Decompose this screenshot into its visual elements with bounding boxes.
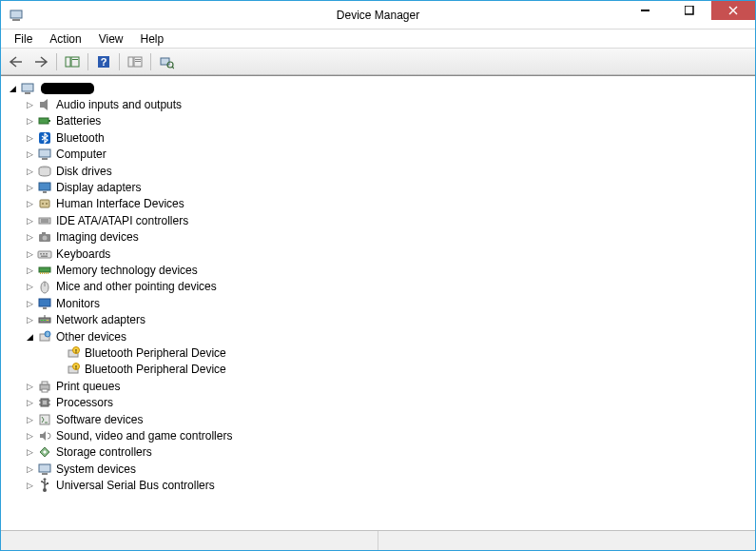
svg-rect-45 <box>42 272 43 274</box>
expander-closed-icon[interactable]: ▷ <box>24 430 35 442</box>
menu-help[interactable]: Help <box>133 30 172 48</box>
tree-node[interactable]: ▷ Imaging devices <box>3 229 753 246</box>
expander-closed-icon[interactable]: ▷ <box>24 298 35 309</box>
expander-closed-icon[interactable]: ▷ <box>24 314 35 325</box>
tree-node[interactable]: ▷ Human Interface Devices <box>3 196 753 212</box>
tree-node[interactable]: ▷ Network adapters <box>3 311 753 327</box>
expander-open-icon[interactable]: ◢ <box>7 83 18 94</box>
tree-node[interactable]: ▷ Keyboards <box>3 246 753 262</box>
expander-closed-icon[interactable]: ▷ <box>24 463 35 475</box>
tree-node[interactable]: ▷ Mice and other pointing devices <box>3 279 753 295</box>
svg-rect-44 <box>40 272 41 274</box>
expander-closed-icon[interactable]: ▷ <box>24 446 35 458</box>
svg-rect-39 <box>40 253 42 255</box>
svg-line-17 <box>172 67 174 69</box>
tree-node-label: Sound, video and game controllers <box>56 429 232 443</box>
svg-rect-78 <box>39 464 50 472</box>
maximize-button[interactable] <box>668 1 711 20</box>
svg-rect-1 <box>12 19 20 21</box>
tree-node[interactable]: ▷ Bluetooth <box>3 129 753 146</box>
menu-file[interactable]: File <box>7 30 40 48</box>
storage-icon <box>37 444 52 460</box>
svg-rect-40 <box>43 253 45 255</box>
toolbar-separator <box>87 53 88 70</box>
tree-node[interactable]: ▷ Disk drives <box>3 163 753 179</box>
tree-node[interactable]: ◢ i Other devices <box>3 328 753 344</box>
tree-node-label: Bluetooth <box>56 131 105 145</box>
tree-node-label: Imaging devices <box>56 230 139 244</box>
svg-rect-8 <box>72 59 78 60</box>
tree-child-node[interactable]: ! Bluetooth Peripheral Device <box>3 362 753 378</box>
tree-node-label: Universal Serial Bus controllers <box>56 479 215 492</box>
tree-node[interactable]: ▷ Storage controllers <box>3 444 753 461</box>
svg-rect-32 <box>39 218 50 224</box>
expander-closed-icon[interactable]: ▷ <box>24 231 35 243</box>
computer-name-redacted <box>41 83 94 94</box>
expander-open-icon[interactable]: ◢ <box>24 331 35 343</box>
minimize-button[interactable] <box>624 1 668 20</box>
properties-button[interactable] <box>124 51 146 72</box>
tree-node[interactable]: ▷ Sound, video and game controllers <box>3 427 753 443</box>
forward-button[interactable] <box>29 51 52 72</box>
menubar: File Action View Help <box>1 30 755 49</box>
ide-icon <box>37 213 52 228</box>
disk-icon <box>37 164 52 179</box>
keyboard-icon <box>37 246 52 262</box>
menu-action[interactable]: Action <box>42 30 88 48</box>
expander-closed-icon[interactable]: ▷ <box>24 166 35 177</box>
tree-node-label: Monitors <box>56 297 100 310</box>
tree-node[interactable]: ▷ Print queues <box>3 378 753 394</box>
battery-icon <box>37 113 52 128</box>
titlebar: Device Manager <box>1 1 755 30</box>
tree-node[interactable]: ▷ Monitors <box>3 295 753 311</box>
window-title: Device Manager <box>337 9 419 22</box>
usb-icon <box>37 478 52 493</box>
tree-node[interactable]: ▷ IDE ATA/ATAPI controllers <box>3 212 753 228</box>
tree-node[interactable]: ▷ Audio inputs and outputs <box>3 96 753 112</box>
svg-rect-2 <box>641 10 649 11</box>
show-hide-console-button[interactable] <box>61 51 84 72</box>
tree-node-label: Bluetooth Peripheral Device <box>85 346 226 360</box>
expander-closed-icon[interactable]: ▷ <box>24 248 35 260</box>
svg-rect-19 <box>25 92 30 94</box>
expander-closed-icon[interactable]: ▷ <box>24 281 35 292</box>
tree-root[interactable]: ◢ <box>3 80 753 96</box>
close-button[interactable] <box>711 1 755 20</box>
expander-closed-icon[interactable]: ▷ <box>24 414 35 425</box>
tree-node-label: Computer <box>56 148 107 161</box>
tree-node[interactable]: ▷ Software devices <box>3 411 753 427</box>
svg-rect-24 <box>39 149 50 157</box>
back-button[interactable] <box>5 51 28 72</box>
expander-closed-icon[interactable]: ▷ <box>24 215 35 226</box>
svg-point-30 <box>42 203 44 205</box>
expander-closed-icon[interactable]: ▷ <box>24 99 35 110</box>
expander-closed-icon[interactable]: ▷ <box>24 132 35 144</box>
tree-node[interactable]: ▷ Computer <box>3 147 753 163</box>
tree-node[interactable]: ▷ Universal Serial Bus controllers <box>3 477 753 493</box>
expander-closed-icon[interactable]: ▷ <box>24 397 35 408</box>
tree-node[interactable]: ▷ Display adapters <box>3 179 753 195</box>
system-icon <box>37 462 52 477</box>
menu-view[interactable]: View <box>91 30 131 48</box>
toolbar-separator <box>56 53 57 70</box>
tree-node[interactable]: ▷ Processors <box>3 394 753 410</box>
tree-child-node[interactable]: ! Bluetooth Peripheral Device <box>3 344 753 361</box>
expander-closed-icon[interactable]: ▷ <box>24 148 35 160</box>
help-button[interactable]: ? <box>92 51 115 72</box>
tree-node-label: Keyboards <box>56 247 110 261</box>
expander-closed-icon[interactable]: ▷ <box>24 480 35 491</box>
tree-node-label: IDE ATA/ATAPI controllers <box>56 214 188 227</box>
expander-closed-icon[interactable]: ▷ <box>24 381 35 392</box>
hid-icon <box>37 196 52 211</box>
scan-hardware-button[interactable] <box>155 51 178 72</box>
device-tree[interactable]: ◢ ▷ Audio inputs and outputs ▷ Batteries… <box>1 75 755 530</box>
tree-node[interactable]: ▷ Batteries <box>3 113 753 129</box>
tree-node[interactable]: ▷ Memory technology devices <box>3 262 753 278</box>
tree-node[interactable]: ▷ System devices <box>3 461 753 477</box>
expander-closed-icon[interactable]: ▷ <box>24 265 35 276</box>
svg-rect-79 <box>42 473 48 475</box>
tree-node-label: Display adapters <box>56 181 141 194</box>
expander-closed-icon[interactable]: ▷ <box>24 198 35 209</box>
expander-closed-icon[interactable]: ▷ <box>24 182 35 193</box>
expander-closed-icon[interactable]: ▷ <box>24 115 35 127</box>
